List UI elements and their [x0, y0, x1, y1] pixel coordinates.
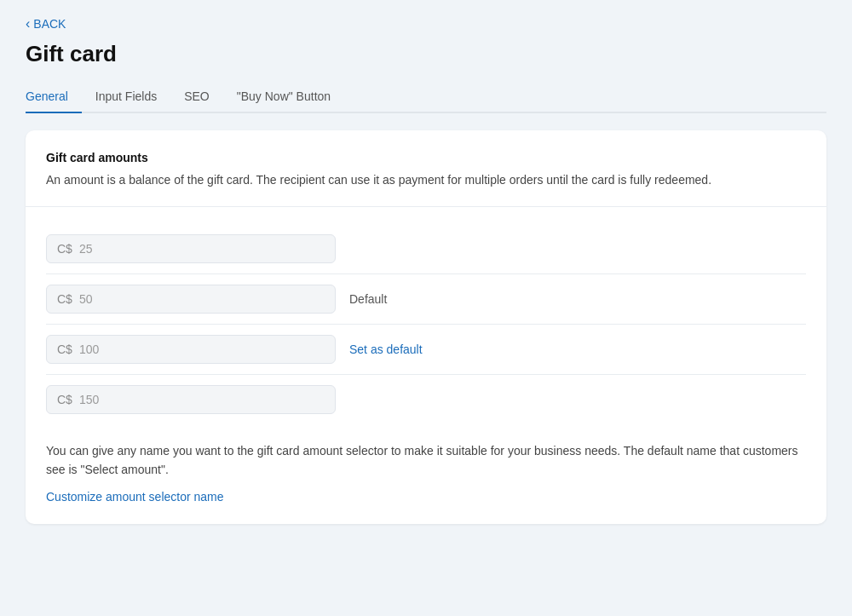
amount-row-1: C$ 25	[46, 224, 806, 274]
gift-card-amounts-card: Gift card amounts An amount is a balance…	[26, 130, 826, 524]
section-title: Gift card amounts	[46, 151, 806, 164]
currency-label-2: C$	[57, 292, 72, 306]
currency-label-1: C$	[57, 242, 72, 256]
tab-seo[interactable]: SEO	[170, 81, 223, 113]
set-as-default-button-3[interactable]: Set as default	[349, 343, 423, 356]
amount-value-4: 150	[79, 393, 99, 406]
tab-buy-now[interactable]: "Buy Now" Button	[223, 81, 344, 113]
amount-row-4: C$ 150	[46, 375, 806, 424]
tab-input-fields[interactable]: Input Fields	[82, 81, 170, 113]
amount-input-1[interactable]: C$ 25	[46, 234, 336, 263]
chevron-left-icon: ‹	[26, 17, 30, 31]
amount-input-3[interactable]: C$ 100	[46, 335, 336, 364]
page-title: Gift card	[26, 41, 826, 67]
amount-row-3: C$ 100 Set as default	[46, 325, 806, 375]
amount-value-3: 100	[79, 343, 99, 356]
divider-top	[26, 206, 826, 207]
amounts-list: C$ 25 C$ 50 Default C$ 100 Set as defaul…	[46, 224, 806, 424]
customize-amount-selector-link[interactable]: Customize amount selector name	[46, 490, 224, 504]
tab-general[interactable]: General	[26, 81, 82, 113]
section-description: An amount is a balance of the gift card.…	[46, 171, 806, 189]
amount-input-4[interactable]: C$ 150	[46, 385, 336, 414]
default-badge: Default	[349, 292, 387, 306]
amount-value-2: 50	[79, 292, 93, 306]
footer-description: You can give any name you want to the gi…	[46, 441, 806, 480]
tabs-container: General Input Fields SEO "Buy Now" Butto…	[26, 81, 826, 113]
back-button[interactable]: ‹ BACK	[26, 17, 826, 31]
currency-label-3: C$	[57, 343, 72, 356]
amount-row-2: C$ 50 Default	[46, 274, 806, 325]
currency-label-4: C$	[57, 393, 72, 406]
back-label: BACK	[33, 17, 66, 31]
amount-input-2[interactable]: C$ 50	[46, 285, 336, 314]
amount-value-1: 25	[79, 242, 93, 256]
